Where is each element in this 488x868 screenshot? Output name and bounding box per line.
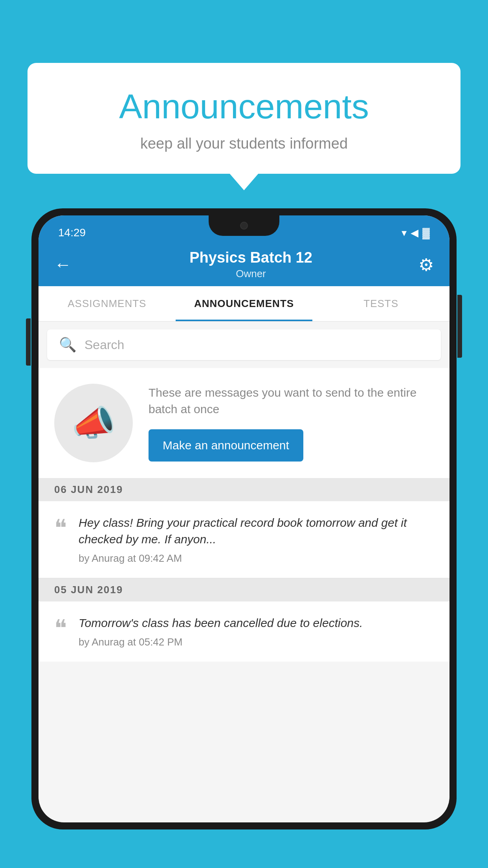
quote-icon-1: ❝	[54, 517, 67, 540]
phone-notch	[209, 215, 279, 236]
date-separator-2: 05 JUN 2019	[39, 578, 449, 601]
signal-icon: ◀	[411, 227, 418, 239]
quote-icon-2: ❝	[54, 617, 67, 640]
search-placeholder: Search	[84, 338, 124, 352]
app-bar-title-area: Physics Batch 12 Owner	[83, 249, 418, 280]
power-button	[457, 295, 462, 358]
search-bar[interactable]: 🔍 Search	[47, 329, 441, 360]
bubble-subtitle: keep all your students informed	[59, 135, 429, 152]
tab-assignments[interactable]: ASSIGNMENTS	[39, 286, 176, 321]
announcement-content-2: Tomorrow's class has been cancelled due …	[79, 615, 434, 648]
app-bar: ← Physics Batch 12 Owner ⚙	[39, 243, 449, 286]
announcement-content-1: Hey class! Bring your practical record b…	[79, 515, 434, 565]
status-icons: ▾ ◀ ▓	[402, 227, 430, 239]
megaphone-icon: 📣	[72, 403, 116, 444]
empty-state-description: These are messages you want to send to t…	[149, 384, 434, 417]
status-time: 14:29	[58, 226, 86, 239]
make-announcement-button[interactable]: Make an announcement	[149, 429, 303, 462]
speech-bubble: Announcements keep all your students inf…	[28, 63, 460, 174]
app-bar-subtitle: Owner	[83, 268, 418, 280]
megaphone-circle: 📣	[54, 384, 133, 462]
date-separator-1: 06 JUN 2019	[39, 478, 449, 501]
battery-icon: ▓	[422, 227, 430, 239]
content-area: 🔍 Search 📣 These are messages you want t…	[39, 322, 449, 662]
tab-bar: ASSIGNMENTS ANNOUNCEMENTS TESTS	[39, 286, 449, 322]
announcement-text-1: Hey class! Bring your practical record b…	[79, 515, 434, 548]
bubble-title: Announcements	[59, 86, 429, 127]
announcement-author-2: by Anurag at 05:42 PM	[79, 636, 434, 648]
back-button[interactable]: ←	[54, 255, 72, 274]
empty-state-right: These are messages you want to send to t…	[149, 384, 434, 462]
app-bar-title: Physics Batch 12	[83, 249, 418, 266]
phone-screen: 14:29 ▾ ◀ ▓ ← Physics Batch 12 Owner ⚙	[39, 215, 449, 822]
phone-mockup: 14:29 ▾ ◀ ▓ ← Physics Batch 12 Owner ⚙	[31, 208, 457, 868]
empty-state: 📣 These are messages you want to send to…	[39, 368, 449, 478]
announcement-item-1: ❝ Hey class! Bring your practical record…	[39, 501, 449, 578]
announcement-text-2: Tomorrow's class has been cancelled due …	[79, 615, 434, 631]
announcement-author-1: by Anurag at 09:42 AM	[79, 552, 434, 565]
settings-icon[interactable]: ⚙	[418, 255, 434, 275]
phone-outer: 14:29 ▾ ◀ ▓ ← Physics Batch 12 Owner ⚙	[31, 208, 457, 829]
camera	[240, 222, 248, 230]
wifi-icon: ▾	[402, 227, 407, 239]
announcement-item-2: ❝ Tomorrow's class has been cancelled du…	[39, 601, 449, 662]
tab-announcements[interactable]: ANNOUNCEMENTS	[176, 286, 313, 321]
search-icon: 🔍	[59, 337, 77, 353]
speech-bubble-container: Announcements keep all your students inf…	[28, 63, 460, 174]
tab-tests[interactable]: TESTS	[312, 286, 449, 321]
volume-button	[26, 318, 31, 366]
